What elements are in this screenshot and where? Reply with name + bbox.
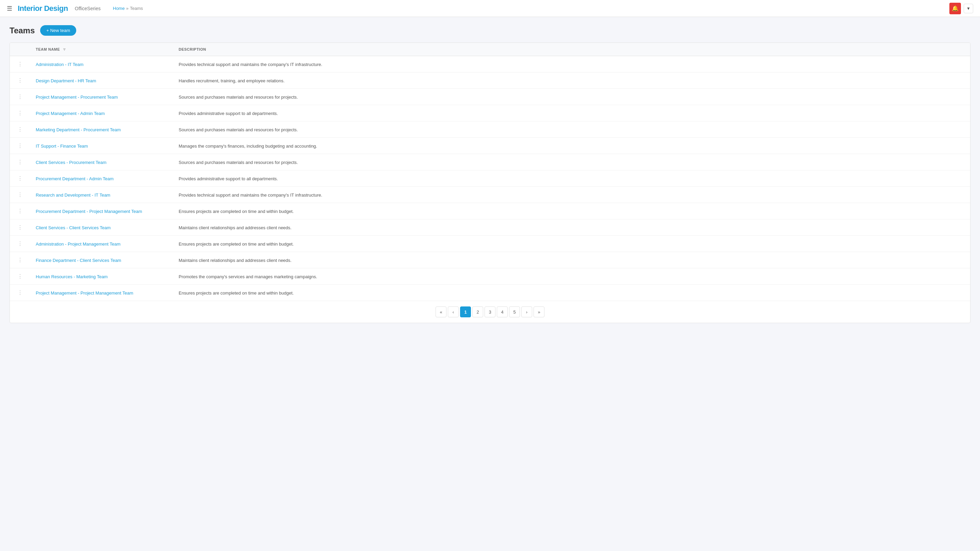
row-description-cell: Ensures projects are completed on time a… xyxy=(173,285,970,301)
row-team-name-cell: Project Management - Project Management … xyxy=(30,285,173,301)
row-description-cell: Promotes the company's services and mana… xyxy=(173,268,970,285)
table-row: ⋮Project Management - Admin TeamProvides… xyxy=(10,105,970,121)
row-description-cell: Provides technical support and maintains… xyxy=(173,56,970,73)
pagination-next[interactable]: › xyxy=(521,306,532,318)
row-menu-cell: ⋮ xyxy=(10,252,30,268)
row-team-name-cell: Procurement Department - Project Managem… xyxy=(30,203,173,219)
row-menu-cell: ⋮ xyxy=(10,154,30,170)
row-description-cell: Ensures projects are completed on time a… xyxy=(173,203,970,219)
row-menu-icon[interactable]: ⋮ xyxy=(18,192,23,198)
team-name-link[interactable]: Project Management - Procurement Team xyxy=(36,95,118,100)
breadcrumb-current: Teams xyxy=(130,6,143,11)
row-description-text: Provides technical support and maintains… xyxy=(179,192,322,198)
row-menu-cell: ⋮ xyxy=(10,105,30,121)
table-header: TEAM NAME ▿ DESCRIPTION xyxy=(10,43,970,56)
row-description-text: Provides administrative support to all d… xyxy=(179,176,278,181)
table-row: ⋮Marketing Department - Procurement Team… xyxy=(10,121,970,138)
row-description-text: Maintains client relationships and addre… xyxy=(179,258,292,263)
pagination-first[interactable]: « xyxy=(436,306,447,318)
table-row: ⋮Administration - Project Management Tea… xyxy=(10,236,970,252)
table-row: ⋮Administration - IT TeamProvides techni… xyxy=(10,56,970,73)
team-name-link[interactable]: Client Services - Procurement Team xyxy=(36,160,107,165)
pagination-page-3[interactable]: 3 xyxy=(485,306,495,318)
app-name: OfficeSeries xyxy=(75,6,101,11)
team-name-link[interactable]: Finance Department - Client Services Tea… xyxy=(36,258,121,263)
team-name-link[interactable]: IT Support - Finance Team xyxy=(36,143,88,149)
team-name-link[interactable]: Client Services - Client Services Team xyxy=(36,225,111,230)
page-header: Teams + New team xyxy=(10,25,970,36)
row-description-text: Ensures projects are completed on time a… xyxy=(179,291,294,295)
team-name-link[interactable]: Administration - IT Team xyxy=(36,62,83,67)
row-menu-cell: ⋮ xyxy=(10,219,30,236)
breadcrumb-separator: » xyxy=(126,6,128,11)
table-row: ⋮Client Services - Procurement TeamSourc… xyxy=(10,154,970,170)
row-menu-cell: ⋮ xyxy=(10,89,30,105)
table-row: ⋮Project Management - Project Management… xyxy=(10,285,970,301)
menu-icon[interactable]: ☰ xyxy=(7,5,12,12)
table-row: ⋮Finance Department - Client Services Te… xyxy=(10,252,970,268)
row-team-name-cell: Finance Department - Client Services Tea… xyxy=(30,252,173,268)
chevron-down-icon: ▼ xyxy=(966,6,970,11)
row-menu-icon[interactable]: ⋮ xyxy=(18,94,23,100)
team-name-link[interactable]: Procurement Department - Admin Team xyxy=(36,176,114,181)
row-team-name-cell: Human Resources - Marketing Team xyxy=(30,268,173,285)
row-menu-icon[interactable]: ⋮ xyxy=(18,241,23,246)
row-description-text: Provides technical support and maintains… xyxy=(179,62,322,67)
row-description-text: Handles recruitment, training, and emplo… xyxy=(179,78,285,83)
row-menu-cell: ⋮ xyxy=(10,187,30,203)
team-name-link[interactable]: Project Management - Admin Team xyxy=(36,111,105,116)
row-description-cell: Handles recruitment, training, and emplo… xyxy=(173,73,970,89)
row-menu-icon[interactable]: ⋮ xyxy=(18,110,23,116)
notification-button[interactable]: 🔔 xyxy=(950,3,961,14)
team-name-link[interactable]: Procurement Department - Project Managem… xyxy=(36,209,142,214)
pagination-page-4[interactable]: 4 xyxy=(497,306,508,318)
row-menu-cell: ⋮ xyxy=(10,73,30,89)
pagination-prev[interactable]: ‹ xyxy=(448,306,459,318)
row-menu-icon[interactable]: ⋮ xyxy=(18,224,23,230)
row-description-cell: Maintains client relationships and addre… xyxy=(173,252,970,268)
row-description-cell: Manages the company's finances, includin… xyxy=(173,138,970,154)
row-description-cell: Sources and purchases materials and reso… xyxy=(173,89,970,105)
team-name-link[interactable]: Administration - Project Management Team xyxy=(36,241,121,246)
row-description-text: Ensures projects are completed on time a… xyxy=(179,209,294,214)
row-description-cell: Provides administrative support to all d… xyxy=(173,170,970,187)
row-menu-icon[interactable]: ⋮ xyxy=(18,290,23,295)
pagination-last[interactable]: » xyxy=(533,306,544,318)
new-team-button[interactable]: + New team xyxy=(40,25,76,36)
row-menu-icon[interactable]: ⋮ xyxy=(18,127,23,132)
table-row: ⋮Design Department - HR TeamHandles recr… xyxy=(10,73,970,89)
row-menu-icon[interactable]: ⋮ xyxy=(18,143,23,149)
row-menu-icon[interactable]: ⋮ xyxy=(18,159,23,165)
row-menu-cell: ⋮ xyxy=(10,268,30,285)
row-team-name-cell: Design Department - HR Team xyxy=(30,73,173,89)
row-menu-cell: ⋮ xyxy=(10,121,30,138)
pagination-page-5[interactable]: 5 xyxy=(509,306,520,318)
row-menu-icon[interactable]: ⋮ xyxy=(18,208,23,214)
team-name-link[interactable]: Marketing Department - Procurement Team xyxy=(36,127,121,132)
row-menu-icon[interactable]: ⋮ xyxy=(18,257,23,263)
team-name-link[interactable]: Design Department - HR Team xyxy=(36,78,96,83)
team-name-link[interactable]: Human Resources - Marketing Team xyxy=(36,274,108,279)
breadcrumb-home[interactable]: Home xyxy=(113,6,125,11)
teams-table: TEAM NAME ▿ DESCRIPTION ⋮Administration … xyxy=(10,43,970,301)
table-row: ⋮IT Support - Finance TeamManages the co… xyxy=(10,138,970,154)
row-menu-cell: ⋮ xyxy=(10,138,30,154)
row-menu-cell: ⋮ xyxy=(10,170,30,187)
team-name-link[interactable]: Research and Development - IT Team xyxy=(36,192,110,198)
pagination: « ‹ 1 2 3 4 5 › » xyxy=(10,301,970,323)
table-row: ⋮Project Management - Procurement TeamSo… xyxy=(10,89,970,105)
pagination-page-1[interactable]: 1 xyxy=(460,306,471,318)
row-menu-icon[interactable]: ⋮ xyxy=(18,273,23,279)
team-name-link[interactable]: Project Management - Project Management … xyxy=(36,291,134,295)
user-dropdown-button[interactable]: ▼ xyxy=(964,4,973,13)
page-content: Teams + New team TEAM NAME ▿ DESCRIPTION… xyxy=(0,17,980,331)
row-menu-icon[interactable]: ⋮ xyxy=(18,176,23,181)
teams-table-container: TEAM NAME ▿ DESCRIPTION ⋮Administration … xyxy=(10,43,970,323)
filter-icon[interactable]: ▿ xyxy=(63,47,66,52)
row-menu-icon[interactable]: ⋮ xyxy=(18,78,23,83)
table-body: ⋮Administration - IT TeamProvides techni… xyxy=(10,56,970,301)
pagination-page-2[interactable]: 2 xyxy=(472,306,483,318)
row-description-cell: Provides administrative support to all d… xyxy=(173,105,970,121)
row-menu-icon[interactable]: ⋮ xyxy=(18,61,23,67)
row-description-text: Provides administrative support to all d… xyxy=(179,111,278,116)
